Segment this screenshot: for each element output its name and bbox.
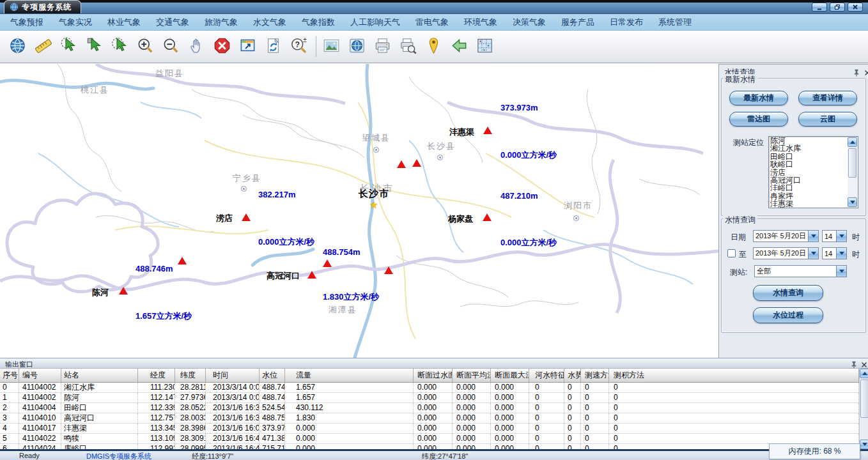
menu-item-2[interactable]: 气象实况 [51,14,100,30]
column-header-3[interactable]: 站名 [61,369,138,383]
column-header-6[interactable]: 时间 [206,369,260,383]
station-marker-icon[interactable] [178,257,187,264]
column-header-2[interactable]: 编号 [19,369,61,383]
date-from-dropdown-icon[interactable] [808,231,818,241]
column-header-15[interactable]: 测积方法 [609,369,859,383]
output-pin-icon[interactable] [850,360,858,367]
hour-from-dropdown-icon[interactable] [836,231,846,241]
menu-item-4[interactable]: 交通气象 [148,14,197,30]
column-header-4[interactable]: 经度 [138,369,175,383]
identify-tool-button[interactable]: ?± [289,36,309,57]
hour-from-combo[interactable]: 14 [822,230,847,242]
zoom-in-tool-button[interactable] [136,36,155,57]
table-row[interactable]: 241104004田峪口112.33916728.0522222013/1/6 … [0,403,859,413]
table-row[interactable]: 341104010高冠河口112.75722228.0033332013/1/6… [0,413,859,424]
column-header-5[interactable]: 纬度 [175,369,206,383]
image-tool-button[interactable] [322,36,341,57]
table-row[interactable]: 141104002陈河112.14777827.9736112013/3/14 … [0,393,859,403]
output-table-scrollbar[interactable] [859,369,868,449]
station-combo[interactable]: 全部 [754,265,847,277]
station-listbox[interactable]: 陈河湘江水库田峪口耿峪口涝店高冠河口沣峪口冉家坪沣惠渠 [768,136,858,208]
locate-pin-tool-button[interactable] [424,36,444,57]
cloud-chart-button[interactable]: 云图 [798,112,857,126]
globe-tool-button[interactable] [8,36,27,57]
stop-tool-button[interactable] [212,36,232,57]
select-polygon-tool-button[interactable] [59,36,79,57]
pan-tool-button[interactable] [187,36,206,57]
menu-item-7[interactable]: 气象指数 [294,14,343,30]
hour-to-dropdown-icon[interactable] [836,248,846,259]
station-list-item[interactable]: 湘江水库 [769,144,848,152]
station-list-item[interactable]: 沣峪口 [769,184,848,192]
table-row[interactable]: 541104022鸣犊113.10944428.3091672013/1/6 1… [0,434,859,444]
menu-item-5[interactable]: 旅游气象 [197,14,245,30]
station-marker-icon[interactable] [412,159,421,167]
scroll-thumb[interactable] [848,148,856,178]
hour-to-combo[interactable]: 14 [822,247,847,259]
date-to-dropdown-icon[interactable] [808,248,818,259]
station-marker-icon[interactable] [397,160,406,168]
column-header-1[interactable]: 序号 [0,369,19,383]
refresh-tool-button[interactable] [263,36,283,57]
back-tool-button[interactable] [449,36,469,57]
select-element-tool-button[interactable] [84,36,104,57]
menu-item-10[interactable]: 环境气象 [456,14,505,30]
table-scroll-thumb[interactable] [860,379,868,418]
map-view[interactable]: 益阳县桃江县望城县长沙县宁乡县长沙市浏阳市湘潭县沣惠渠长沙市涝店杨家盘高冠河口陈… [0,64,718,358]
latest-water-button[interactable]: 最新水情 [729,91,788,105]
menu-item-9[interactable]: 雷电气象 [408,14,456,30]
restore-button[interactable] [830,3,845,12]
menu-item-13[interactable]: 日常发布 [602,14,651,30]
fit-window-tool-button[interactable] [238,36,258,57]
radar-chart-button[interactable]: 雷达图 [729,112,788,126]
station-marker-icon[interactable] [242,213,251,221]
scroll-up-button[interactable] [848,137,857,147]
panel-pin-icon[interactable] [853,68,860,75]
station-dropdown-icon[interactable] [836,266,846,277]
map-grid-tool-button[interactable] [475,36,495,57]
measure-tool-button[interactable] [33,36,53,57]
menu-item-8[interactable]: 人工影响天气 [343,14,408,30]
station-list-item[interactable]: 沣惠渠 [769,200,848,208]
water-level-process-button[interactable]: 水位过程 [753,307,823,323]
column-header-8[interactable]: 流量 [285,369,414,383]
table-scroll-down-button[interactable] [860,440,868,449]
output-table-body[interactable]: 041104002湘江水库111.23000028.2811112013/3/1… [0,383,859,449]
date-to-combo[interactable]: 2013年 5月20日 [753,247,819,259]
table-row[interactable]: 441104017沣惠渠113.34527828.3986112013/1/6 … [0,424,859,434]
column-header-12[interactable]: 河水特征码 [529,369,564,383]
date-from-combo[interactable]: 2013年 5月20日 [753,230,819,242]
column-header-13[interactable]: 水势 [564,369,581,383]
water-query-button[interactable]: 水情查询 [753,285,823,301]
station-marker-icon[interactable] [483,126,492,134]
menu-item-1[interactable]: 气象预报 [3,14,51,30]
to-date-checkbox[interactable] [727,249,736,257]
print-preview-tool-button[interactable] [398,36,418,57]
menu-item-14[interactable]: 系统管理 [651,14,699,30]
app-title-tab[interactable]: 专项服务系统 [4,0,81,13]
menu-item-3[interactable]: 林业气象 [100,14,148,30]
station-marker-icon[interactable] [307,271,316,279]
station-marker-icon[interactable] [483,213,492,221]
station-list-scrollbar[interactable] [848,137,857,207]
minimize-button[interactable] [812,3,827,12]
station-list-item[interactable]: 耿峪口 [769,160,848,168]
column-header-14[interactable]: 测速方法 [581,369,609,383]
panel-close-icon[interactable] [864,68,868,75]
column-header-7[interactable]: 水位 [260,369,285,383]
menu-item-6[interactable]: 水文气象 [245,14,294,30]
table-row[interactable]: 641104024库峪口112.99277828.0995832013/1/6 … [0,444,859,449]
table-scroll-up-button[interactable] [860,369,868,378]
close-button[interactable] [848,3,863,12]
world-tool-button[interactable] [347,36,367,57]
station-marker-icon[interactable] [384,266,393,274]
column-header-9[interactable]: 断面过水面 [414,369,453,383]
scroll-down-button[interactable] [848,197,857,207]
menu-item-11[interactable]: 决策气象 [505,14,554,30]
column-header-10[interactable]: 断面平均流 [453,369,491,383]
zoom-out-tool-button[interactable] [161,36,181,57]
menu-item-12[interactable]: 服务产品 [554,14,602,30]
station-marker-icon[interactable] [119,287,128,295]
station-marker-icon[interactable] [323,259,332,267]
output-close-icon[interactable] [860,360,868,367]
